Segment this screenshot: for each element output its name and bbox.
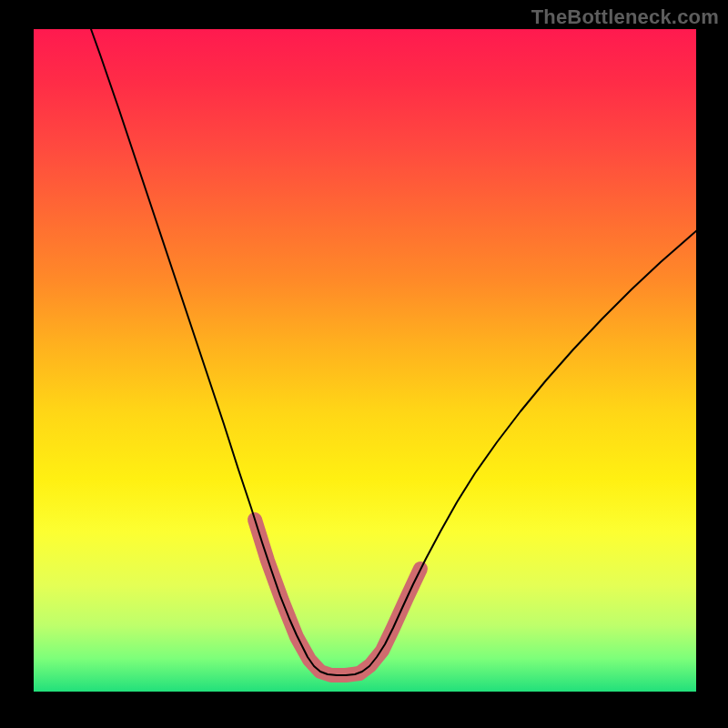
watermark-text: TheBottleneck.com — [531, 5, 719, 29]
chart-gradient-background — [34, 29, 696, 692]
chart-stage: TheBottleneck.com — [0, 0, 728, 728]
